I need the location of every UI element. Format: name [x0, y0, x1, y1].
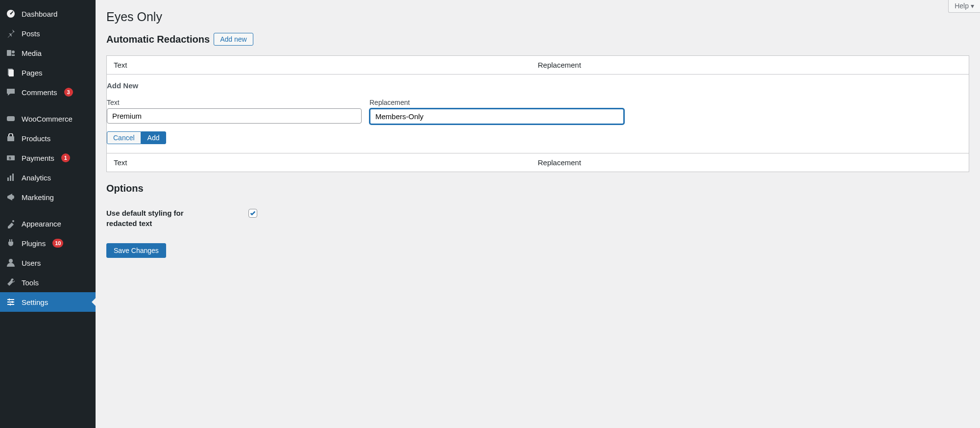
sidebar-item-comments[interactable]: Comments3 [0, 82, 96, 102]
products-icon [6, 133, 16, 143]
help-button[interactable]: Help ▾ [948, 0, 980, 13]
sidebar-item-label: Products [22, 134, 50, 143]
sidebar-separator [0, 207, 96, 214]
sidebar-item-plugins[interactable]: Plugins10 [0, 233, 96, 253]
sidebar-item-label: Tools [22, 278, 39, 287]
add-new-heading: Add New [107, 81, 969, 99]
table-footer-row: Text Replacement [107, 153, 969, 172]
replacement-input[interactable] [369, 108, 624, 125]
table-header-text: Text [114, 61, 538, 69]
woo-icon [6, 114, 16, 124]
table-footer-text: Text [114, 158, 538, 167]
sidebar-item-dashboard[interactable]: Dashboard [0, 4, 96, 24]
sidebar-item-label: Appearance [22, 220, 61, 228]
add-new-form: Add New Text Replacement Cancel Add [107, 74, 969, 153]
sidebar-item-label: Users [22, 259, 41, 267]
sidebar-item-marketing[interactable]: Marketing [0, 187, 96, 207]
tools-icon [6, 277, 16, 287]
sidebar-item-woocommerce[interactable]: WooCommerce [0, 109, 96, 128]
sidebar-badge: 1 [61, 153, 70, 162]
option-label: Use default styling for redacted text [106, 208, 204, 228]
save-changes-button[interactable]: Save Changes [106, 243, 166, 258]
redactions-table: Text Replacement Add New Text Replacemen… [106, 55, 969, 172]
sidebar-item-products[interactable]: Products [0, 128, 96, 148]
table-header-row: Text Replacement [107, 56, 969, 74]
text-field-label: Text [107, 99, 362, 106]
sidebar-item-analytics[interactable]: Analytics [0, 168, 96, 187]
sidebar-item-label: Analytics [22, 174, 51, 182]
sidebar-item-label: Settings [22, 298, 48, 306]
media-icon [6, 48, 16, 58]
check-icon [249, 210, 256, 217]
sidebar-item-label: Comments [22, 88, 57, 97]
pages-icon [6, 68, 16, 77]
option-checkbox[interactable] [248, 209, 257, 218]
table-footer-replacement: Replacement [538, 158, 962, 167]
replacement-field-label: Replacement [369, 99, 624, 106]
options-heading: Options [106, 183, 969, 194]
sidebar-item-label: Dashboard [22, 10, 57, 18]
payments-icon [6, 153, 16, 163]
sidebar-item-settings[interactable]: Settings [0, 292, 96, 312]
sidebar-item-label: Plugins [22, 239, 46, 248]
sidebar-item-pages[interactable]: Pages [0, 63, 96, 82]
users-icon [6, 258, 16, 268]
pin-icon [6, 28, 16, 38]
sidebar-badge: 10 [52, 239, 63, 248]
page-title: Eyes Only [106, 0, 969, 33]
analytics-icon [6, 173, 16, 182]
sidebar-item-label: Payments [22, 154, 54, 162]
comments-icon [6, 87, 16, 97]
sidebar-item-users[interactable]: Users [0, 253, 96, 273]
text-input[interactable] [107, 108, 362, 124]
sidebar-item-label: WooCommerce [22, 115, 73, 123]
appearance-icon [6, 219, 16, 228]
sidebar-item-label: Media [22, 49, 42, 57]
dropdown-icon: ▾ [971, 2, 974, 10]
sidebar-item-payments[interactable]: Payments1 [0, 148, 96, 168]
admin-sidebar: DashboardPostsMediaPagesComments3WooComm… [0, 0, 96, 428]
table-header-replacement: Replacement [538, 61, 962, 69]
option-row-default-styling: Use default styling for redacted text [106, 208, 969, 228]
settings-icon [6, 297, 16, 307]
sidebar-item-posts[interactable]: Posts [0, 24, 96, 43]
section-heading: Automatic Redactions [106, 34, 210, 45]
add-new-button[interactable]: Add new [214, 33, 253, 46]
sidebar-item-label: Posts [22, 29, 40, 38]
sidebar-item-label: Marketing [22, 193, 54, 201]
main-content: Help ▾ Eyes Only Automatic Redactions Ad… [96, 0, 980, 428]
plugins-icon [6, 238, 16, 248]
marketing-icon [6, 192, 16, 202]
sidebar-badge: 3 [64, 88, 73, 97]
sidebar-item-label: Pages [22, 69, 43, 77]
help-label: Help [955, 2, 969, 10]
sidebar-item-media[interactable]: Media [0, 43, 96, 63]
add-button[interactable]: Add [141, 131, 166, 144]
sidebar-item-tools[interactable]: Tools [0, 273, 96, 292]
cancel-button[interactable]: Cancel [107, 131, 141, 144]
dashboard-icon [6, 9, 16, 19]
sidebar-item-appearance[interactable]: Appearance [0, 214, 96, 233]
sidebar-separator [0, 102, 96, 109]
